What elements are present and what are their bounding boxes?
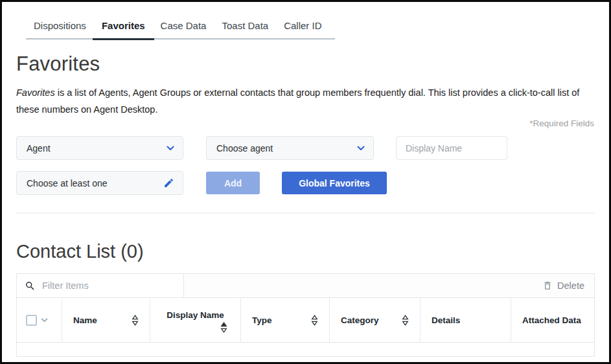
trash-icon bbox=[542, 280, 553, 291]
column-header-display-name[interactable]: Display Name bbox=[150, 298, 241, 342]
table-toolbar: Delete bbox=[17, 274, 594, 298]
select-all-cell bbox=[17, 298, 62, 342]
contact-type-select[interactable]: Agent bbox=[16, 136, 183, 160]
search-icon bbox=[25, 280, 36, 291]
sort-arrows-asc-icon[interactable] bbox=[220, 322, 227, 333]
chevron-down-icon bbox=[167, 146, 174, 151]
settings-tab-bar: Dispositions Favorites Case Data Toast D… bbox=[26, 16, 335, 40]
chevron-down-icon bbox=[357, 146, 365, 151]
display-name-input[interactable] bbox=[396, 136, 507, 160]
page-description: Favorites is a list of Agents, Agent Gro… bbox=[16, 84, 595, 118]
delete-button[interactable]: Delete bbox=[536, 274, 594, 297]
sort-arrows-icon[interactable] bbox=[311, 315, 318, 326]
column-header-type[interactable]: Type bbox=[241, 298, 330, 342]
contact-list-title: Contact List (0) bbox=[16, 241, 609, 262]
description-italic-term: Favorites bbox=[16, 87, 55, 98]
column-label: Name bbox=[73, 315, 97, 325]
tab-favorites[interactable]: Favorites bbox=[94, 16, 153, 38]
contact-list-table: Delete Name Display Name Type bbox=[16, 273, 595, 357]
table-header-row: Name Display Name Type Category Details bbox=[17, 298, 594, 343]
tab-caller-id[interactable]: Caller ID bbox=[276, 16, 329, 38]
favorites-form-row-2: Choose at least one Add Global Favorites bbox=[16, 171, 595, 195]
section-divider bbox=[16, 212, 595, 214]
global-favorites-button[interactable]: Global Favorites bbox=[282, 172, 387, 194]
choose-agent-select[interactable]: Choose agent bbox=[206, 136, 374, 160]
filter-items-input[interactable] bbox=[42, 280, 176, 291]
add-button[interactable]: Add bbox=[206, 172, 260, 194]
column-header-attached-data: Attached Data bbox=[511, 298, 594, 342]
sort-arrows-icon[interactable] bbox=[132, 315, 139, 326]
description-text: is a list of Agents, Agent Groups or ext… bbox=[16, 87, 579, 115]
filter-box bbox=[17, 274, 184, 297]
pencil-edit-icon bbox=[163, 177, 174, 188]
choose-agent-select-value: Choose agent bbox=[216, 143, 273, 154]
column-header-details: Details bbox=[421, 298, 511, 342]
tab-dispositions[interactable]: Dispositions bbox=[26, 16, 94, 38]
choose-at-least-one-value: Choose at least one bbox=[27, 178, 108, 188]
delete-button-label: Delete bbox=[557, 280, 584, 291]
contact-type-select-value: Agent bbox=[27, 143, 51, 154]
sort-arrows-icon[interactable] bbox=[402, 315, 409, 326]
toolbar-spacer bbox=[184, 274, 536, 297]
favorites-form-row-1: Agent Choose agent bbox=[16, 136, 595, 160]
column-label: Type bbox=[252, 315, 272, 325]
empty-table-body bbox=[17, 343, 594, 356]
column-label: Display Name bbox=[167, 310, 224, 320]
column-label: Details bbox=[432, 315, 460, 325]
column-header-name[interactable]: Name bbox=[62, 298, 150, 342]
choose-at-least-one-field[interactable]: Choose at least one bbox=[16, 171, 183, 195]
column-label: Category bbox=[341, 315, 379, 325]
tab-case-data[interactable]: Case Data bbox=[153, 16, 214, 38]
favorites-settings-page: { "tabs": { "items": [ { "label": "Dispo… bbox=[0, 0, 611, 364]
tab-toast-data[interactable]: Toast Data bbox=[214, 16, 276, 38]
chevron-down-icon[interactable] bbox=[41, 318, 48, 323]
page-title: Favorites bbox=[16, 52, 609, 76]
column-header-category[interactable]: Category bbox=[330, 298, 421, 342]
select-all-checkbox[interactable] bbox=[26, 315, 37, 326]
column-label: Attached Data bbox=[522, 315, 581, 325]
required-fields-note: *Required Fields bbox=[2, 119, 594, 128]
